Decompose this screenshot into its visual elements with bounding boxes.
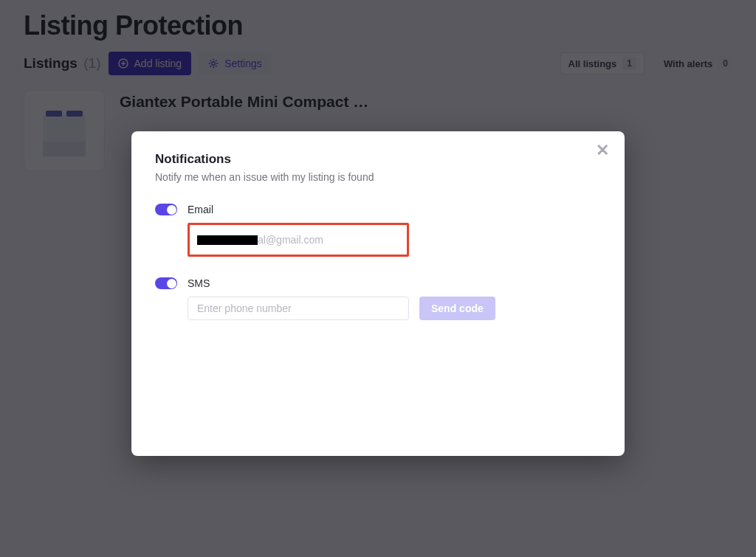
email-toggle[interactable] [155,204,177,215]
modal-subtitle: Notify me when an issue with my listing … [155,171,601,183]
email-suffix: al@gmail.com [258,234,323,246]
sms-label: SMS [188,277,210,289]
modal-title: Notifications [155,152,601,167]
sms-row: SMS [155,277,601,289]
sms-toggle[interactable] [155,277,177,289]
page-root: Listing Protection Listings (1) Add list… [0,0,756,557]
phone-input[interactable] [188,297,409,320]
email-input[interactable]: al@gmail.com [188,223,409,257]
phone-input-wrap: Send code [188,297,601,320]
redacted-block [197,235,258,245]
email-row: Email [155,204,601,215]
close-icon: ✕ [596,141,609,160]
notifications-modal: ✕ Notifications Notify me when an issue … [131,131,625,456]
email-label: Email [188,204,213,215]
modal-overlay[interactable]: ✕ Notifications Notify me when an issue … [0,0,756,557]
email-input-wrap: al@gmail.com [188,223,601,257]
send-code-button[interactable]: Send code [419,297,495,320]
close-button[interactable]: ✕ [594,142,611,159]
